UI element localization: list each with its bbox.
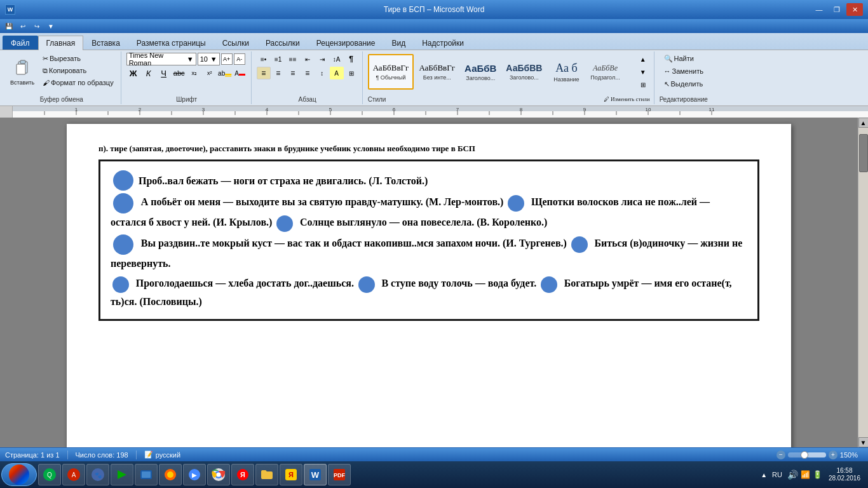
bullets-btn[interactable]: ≡• (257, 53, 271, 65)
tab-layout[interactable]: Разметка страницы (128, 36, 214, 50)
font-size-input[interactable]: 10 ▼ (198, 53, 220, 65)
decrease-indent-btn[interactable]: ⇤ (301, 53, 315, 65)
svg-text:Я: Я (240, 471, 245, 478)
network-icon[interactable]: 📶 (801, 470, 810, 480)
font-increase-btn[interactable]: A+ (221, 53, 233, 65)
save-quick-btn[interactable]: 💾 (3, 20, 15, 32)
restore-button[interactable]: ❐ (829, 3, 845, 16)
document-scroll[interactable]: п). тире (запятая, двоеточие), расставит… (0, 118, 858, 447)
taskbar-app-folder[interactable] (255, 464, 278, 485)
styles-content: АаБбВвГг ¶ Обычный АаБбВвГг Без инте... … (368, 53, 650, 95)
copy-button[interactable]: ⧉ Копировать (39, 65, 117, 76)
numbering-btn[interactable]: ≡1 (271, 53, 285, 65)
tray-arrow[interactable]: ▲ (761, 471, 767, 478)
bold-button[interactable]: Ж (126, 67, 140, 79)
increase-indent-btn[interactable]: ⇥ (315, 53, 329, 65)
taskbar-app-yandex2[interactable]: Я (280, 464, 302, 485)
vertical-scrollbar[interactable]: ▲ ▼ (858, 118, 868, 447)
taskbar-app-6[interactable] (159, 464, 182, 485)
highlight-btn[interactable]: ab▬ (218, 67, 232, 79)
taskbar-app-4[interactable] (111, 464, 133, 485)
scroll-up-btn[interactable]: ▲ (858, 118, 869, 128)
zoom-in-btn[interactable]: + (829, 451, 837, 459)
show-marks-btn[interactable]: ¶ (344, 53, 358, 65)
underline-button[interactable]: Ч (157, 67, 171, 79)
exercise-text-4: Солнце выглянуло — она повеселела. (В. К… (297, 217, 547, 227)
taskbar-app-7[interactable]: ▶ (183, 464, 206, 485)
taskbar-app-1[interactable]: Q (38, 464, 61, 485)
style-no-interval[interactable]: АаБбВвГг Без инте... (414, 54, 459, 90)
style-no-interval-preview: АаБбВвГг (419, 63, 455, 73)
styles-expand[interactable]: ⊞ (636, 78, 650, 91)
borders-btn[interactable]: ⊞ (344, 67, 358, 79)
tab-mailings[interactable]: Рассылки (257, 36, 308, 50)
tab-view[interactable]: Вид (383, 36, 414, 50)
format-painter-button[interactable]: 🖌 Формат по образцу (39, 77, 117, 88)
taskbar-app-yandex[interactable]: Я (231, 464, 254, 485)
redo-quick-btn[interactable]: ↪ (31, 20, 43, 32)
taskbar-app-pdf[interactable]: PDF (328, 464, 351, 485)
cut-button[interactable]: ✂ Вырезать (39, 53, 117, 64)
app-icon-3: 🐾 (91, 468, 105, 482)
align-center-btn[interactable]: ≡ (271, 67, 285, 79)
subscript-button[interactable]: x₂ (187, 67, 201, 79)
align-left-btn[interactable]: ≡ (257, 67, 271, 79)
select-button[interactable]: ↖ Выделить (661, 78, 707, 90)
style-subtitle[interactable]: АаБбВе Подзагол... (586, 54, 624, 90)
font-name-input[interactable]: Times New Roman ▼ (126, 53, 196, 65)
tab-review[interactable]: Рецензирование (308, 36, 384, 50)
strikethrough-button[interactable]: abc (172, 67, 186, 79)
tab-references[interactable]: Ссылки (214, 36, 257, 50)
taskbar-app-word[interactable]: W (304, 464, 327, 485)
copy-icon: ⧉ (43, 67, 48, 75)
zoom-slider[interactable] (788, 452, 826, 458)
taskbar-app-2[interactable]: A (62, 464, 85, 485)
font-decrease-btn[interactable]: A- (234, 53, 245, 65)
style-heading2[interactable]: АаБбВВ Заголово... (501, 54, 546, 90)
volume-icon[interactable]: 🔊 (787, 470, 798, 480)
exercise-text-1: Проб..вал бежать — ноги от страха не дви… (136, 172, 428, 189)
align-right-btn[interactable]: ≡ (286, 67, 300, 79)
svg-text:11: 11 (709, 107, 715, 112)
qa-dropdown-btn[interactable]: ▼ (44, 20, 57, 32)
minimize-button[interactable]: — (811, 3, 827, 16)
exercise-text-7: Проголодаешься — хлеба достать дог..даеш… (133, 278, 354, 288)
scroll-thumb[interactable] (859, 134, 868, 172)
style-title[interactable]: Аа б Название (547, 54, 585, 90)
tab-insert[interactable]: Вставка (83, 36, 128, 50)
battery-icon[interactable]: 🔋 (813, 470, 822, 480)
find-button[interactable]: 🔍 Найти (661, 53, 697, 64)
scroll-down-btn[interactable]: ▼ (858, 437, 869, 447)
justify-btn[interactable]: ≡ (301, 67, 315, 79)
superscript-button[interactable]: x² (203, 67, 217, 79)
styles-scroll-down[interactable]: ▼ (636, 65, 650, 78)
shading-btn[interactable]: A (330, 67, 344, 79)
zoom-out-btn[interactable]: − (776, 451, 785, 459)
close-button[interactable]: ✕ (846, 3, 863, 16)
style-normal[interactable]: АаБбВвГг ¶ Обычный (368, 54, 414, 90)
replace-button[interactable]: ↔ Заменить (661, 65, 707, 77)
taskbar-app-3[interactable]: 🐾 (86, 464, 109, 485)
language-item[interactable]: 📝 русский (144, 451, 180, 459)
taskbar-app-5[interactable] (135, 464, 158, 485)
font-color-btn[interactable]: А▬ (233, 67, 247, 79)
tab-file[interactable]: Файл (3, 36, 38, 50)
sort-btn[interactable]: ↕A (330, 53, 344, 65)
zoom-thumb[interactable] (801, 451, 808, 459)
style-heading1[interactable]: АаБбВ Заголово... (460, 54, 501, 90)
italic-button[interactable]: К (142, 67, 156, 79)
editing-content: 🔍 Найти ↔ Заменить ↖ Выделить (661, 53, 707, 95)
start-button[interactable] (1, 463, 37, 486)
change-style-btn[interactable]: 🖊 Изменить стили (604, 96, 650, 102)
language-indicator[interactable]: RU (770, 470, 785, 480)
taskbar-app-chrome[interactable] (207, 464, 230, 485)
tab-home[interactable]: Главная (38, 36, 84, 50)
line-spacing-btn[interactable]: ↕ (315, 67, 329, 79)
svg-text:4: 4 (266, 107, 269, 112)
undo-quick-btn[interactable]: ↩ (17, 20, 29, 32)
page-heading: п). тире (запятая, двоеточие), расставит… (98, 143, 759, 154)
tab-addins[interactable]: Надстройки (414, 36, 472, 50)
multilevel-btn[interactable]: ≡≡ (286, 53, 300, 65)
styles-scroll-up[interactable]: ▲ (636, 53, 650, 65)
paste-button[interactable]: Вставить (6, 53, 38, 91)
